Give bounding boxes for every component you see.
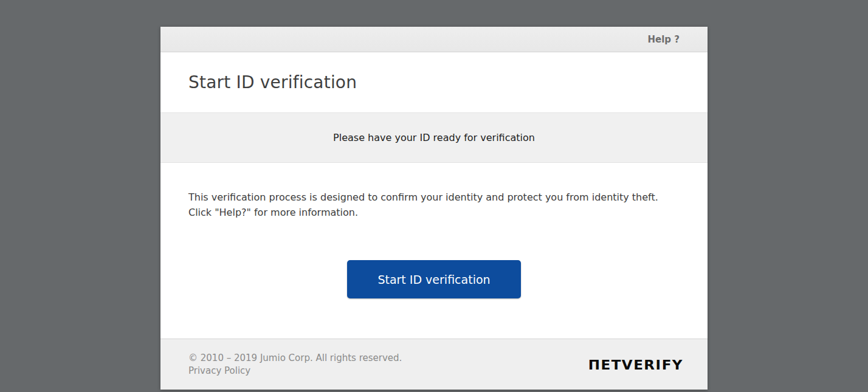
modal-footer: © 2010 – 2019 Jumio Corp. All rights res… (160, 339, 708, 390)
netverify-logo: ΠETVERIFY (588, 357, 683, 372)
instruction-banner-text: Please have your ID ready for verificati… (333, 132, 535, 143)
instruction-banner: Please have your ID ready for verificati… (160, 112, 708, 163)
modal-header: Help ? (160, 27, 708, 52)
help-button[interactable]: Help ? (647, 34, 680, 45)
start-id-verification-button[interactable]: Start ID verification (347, 260, 521, 298)
description-text: This verification process is designed to… (188, 190, 680, 220)
page-title: Start ID verification (188, 72, 357, 92)
verification-modal: Help ? Start ID verification Please have… (160, 27, 708, 390)
privacy-policy-link[interactable]: Privacy Policy (188, 365, 250, 377)
copyright-text: © 2010 – 2019 Jumio Corp. All rights res… (188, 352, 402, 365)
heading-section: Start ID verification (160, 52, 708, 112)
content-section: This verification process is designed to… (160, 163, 708, 339)
footer-legal: © 2010 – 2019 Jumio Corp. All rights res… (188, 352, 402, 377)
